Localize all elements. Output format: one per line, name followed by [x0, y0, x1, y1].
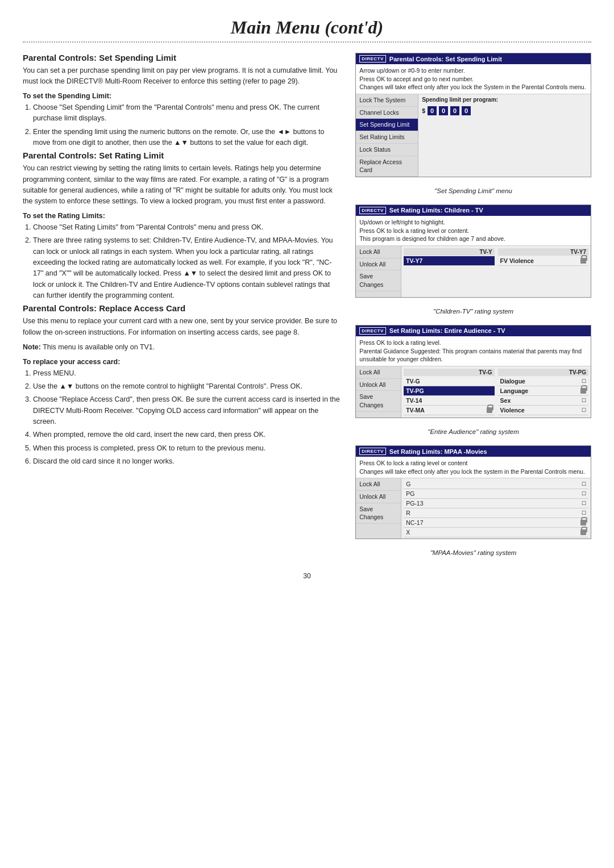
tv-14-label: TV-14: [406, 397, 422, 404]
directv-logo-4: DIRECTV: [359, 448, 386, 455]
mpaa-nc17-label: NC-17: [406, 519, 423, 526]
spending-limit-screen: DIRECTV Parental Controls: Set Spending …: [355, 53, 591, 177]
replace-step-2: Use the ▲▼ buttons on the remote control…: [33, 381, 342, 392]
children-save-changes[interactable]: Save Changes: [356, 270, 401, 291]
spending-limit-body: You can set a per purchase spending limi…: [23, 65, 342, 87]
fv-lock-icon: [580, 258, 586, 264]
replace-card-title: Parental Controls: Replace Access Card: [23, 303, 342, 313]
left-column: Parental Controls: Set Spending Limit Yo…: [23, 53, 342, 561]
replace-card-note: Note: This menu is available only on TV1…: [23, 342, 342, 353]
mpaa-nc17-item[interactable]: NC-17: [404, 518, 588, 528]
entire-rating-grid: TV-G TV-G TV-PG TV-14 TV-MA: [401, 366, 591, 418]
replace-card-body: Use this menu to replace your current ca…: [23, 316, 342, 338]
spending-limit-label: Spending limit per program:: [422, 97, 587, 103]
children-tv-instructions: Up/down or left/right to highlight. Pres…: [356, 216, 591, 246]
menu-set-rating[interactable]: Set Rating Limits: [356, 131, 418, 144]
menu-lock-system[interactable]: Lock The System: [356, 94, 418, 107]
entire-audience-header: DIRECTV Set Rating Limits: Entire Audien…: [356, 326, 591, 336]
children-instr-1: Up/down or left/right to highlight.: [359, 218, 587, 227]
replace-card-subheading: To replace your access card:: [23, 358, 342, 366]
rating-limit-subheading: To set the Rating Limits:: [23, 212, 342, 220]
mpaa-g-label: G: [406, 481, 410, 487]
entire-audience-screen: DIRECTV Set Rating Limits: Entire Audien…: [355, 325, 591, 418]
mpaa-nc17-lock: [580, 520, 586, 525]
language-item[interactable]: Language: [498, 386, 588, 396]
mpaa-pg13-item[interactable]: PG-13 ☐: [404, 499, 588, 508]
spending-limit-steps: Choose "Set Spending Limit" from the "Pa…: [23, 102, 342, 149]
language-label: Language: [500, 387, 529, 394]
dialogue-item[interactable]: Dialogue ☐: [498, 377, 588, 386]
children-lock-all[interactable]: Lock All: [356, 246, 401, 258]
mpaa-lock-all[interactable]: Lock All: [356, 478, 401, 491]
tv-ma-label: TV-MA: [406, 407, 425, 414]
menu-channel-locks[interactable]: Channel Locks: [356, 107, 418, 119]
rating-step-1: Choose "Set Rating Limits" from "Parenta…: [33, 222, 342, 233]
mpaa-screen: DIRECTV Set Rating Limits: MPAA -Movies …: [355, 445, 591, 539]
tv-pg-item[interactable]: TV-PG: [404, 386, 494, 396]
mpaa-g-item[interactable]: G ☐: [404, 479, 588, 489]
children-instr-2: Press OK to lock a rating level or conte…: [359, 227, 587, 235]
entire-save-changes[interactable]: Save Changes: [356, 391, 401, 411]
entire-col2-header: TV-PG: [498, 369, 588, 376]
spending-instr-2: Press OK to accept and go to next number…: [359, 75, 587, 84]
children-unlock-all[interactable]: Unlock All: [356, 258, 401, 271]
spending-digits-display: $ 0 0 0 0: [422, 104, 587, 118]
menu-replace-card[interactable]: Replace Access Card: [356, 156, 418, 177]
replace-step-1: Press MENU.: [33, 368, 342, 379]
entire-unlock-all[interactable]: Unlock All: [356, 379, 401, 391]
mpaa-save-changes[interactable]: Save Changes: [356, 503, 401, 524]
mpaa-instructions: Press OK to lock a rating level or conte…: [356, 457, 591, 478]
dollar-sign: $: [422, 107, 425, 114]
entire-lock-all[interactable]: Lock All: [356, 366, 401, 379]
tv-14-item[interactable]: TV-14: [404, 396, 494, 406]
sex-label: Sex: [500, 397, 511, 404]
replace-step-4: When prompted, remove the old card, inse…: [33, 429, 342, 440]
children-tv-menu: Lock All Unlock All Save Changes: [356, 246, 401, 297]
replace-step-3: Choose "Replace Access Card", then press…: [33, 394, 342, 427]
mpaa-x-item[interactable]: X: [404, 528, 588, 537]
fv-violence-item[interactable]: FV Violence: [498, 256, 588, 266]
spending-screen-caption: "Set Spending Limit" menu: [355, 187, 591, 194]
page-number: 30: [23, 572, 591, 580]
mpaa-r-item[interactable]: R ☐: [404, 508, 588, 518]
entire-col1: TV-G TV-G TV-PG TV-14 TV-MA: [404, 369, 494, 415]
digit-3: 0: [450, 106, 459, 115]
sex-item[interactable]: Sex ☐: [498, 396, 588, 406]
mpaa-pg-item[interactable]: PG ☐: [404, 489, 588, 499]
menu-set-spending[interactable]: Set Spending Limit: [356, 119, 418, 131]
tv-g-item[interactable]: TV-G: [404, 377, 494, 386]
mpaa-body: Lock All Unlock All Save Changes G ☐ PG …: [356, 478, 591, 539]
tv-pg-label: TV-PG: [406, 387, 424, 394]
digit-4: 0: [462, 106, 471, 115]
mpaa-unlock-all[interactable]: Unlock All: [356, 491, 401, 503]
mpaa-header-text: Set Rating Limits: MPAA -Movies: [389, 448, 487, 455]
children-instr-3: This program is designed for children ag…: [359, 235, 587, 243]
tv-y7-label: TV-Y7: [406, 257, 422, 264]
entire-col1-header: TV-G: [404, 369, 494, 376]
spending-screen-header-text: Parental Controls: Set Spending Limit: [389, 56, 502, 62]
language-lock-icon: [580, 388, 586, 394]
spending-screen-instructions: Arrow up/down or #0-9 to enter number. P…: [356, 64, 591, 94]
page: Main Menu (cont'd) Parental Controls: Se…: [0, 0, 614, 868]
entire-col2: TV-PG Dialogue ☐ Language Sex: [498, 369, 588, 415]
entire-audience-caption: "Entire Audience" rating system: [355, 428, 591, 435]
entire-audience-header-text: Set Rating Limits: Entire Audience - TV: [389, 327, 505, 334]
mpaa-instr-1: Press OK to lock a rating level or conte…: [359, 459, 587, 468]
directv-logo-2: DIRECTV: [359, 207, 386, 214]
children-col1: TV-Y TV-Y7: [404, 248, 494, 295]
entire-audience-body: Lock All Unlock All Save Changes TV-G TV…: [356, 366, 591, 418]
children-tv-header-text: Set Rating Limits: Children - TV: [389, 207, 483, 214]
tv-ma-item[interactable]: TV-MA: [404, 406, 494, 415]
mpaa-ratings-list: G ☐ PG ☐ PG-13 ☐ R ☐: [401, 478, 591, 539]
children-tv-body: Lock All Unlock All Save Changes TV-Y TV…: [356, 246, 591, 297]
directv-logo-3: DIRECTV: [359, 327, 386, 335]
menu-lock-status[interactable]: Lock Status: [356, 144, 418, 156]
digit-1: 0: [428, 106, 437, 115]
mpaa-header: DIRECTV Set Rating Limits: MPAA -Movies: [356, 446, 591, 457]
rating-step-2: There are three rating systems to set: C…: [33, 235, 342, 301]
tv-y7-item[interactable]: TV-Y7: [404, 256, 494, 266]
content-columns: Parental Controls: Set Spending Limit Yo…: [23, 53, 591, 561]
children-tv-header: DIRECTV Set Rating Limits: Children - TV: [356, 205, 591, 216]
violence-item[interactable]: Violence ☐: [498, 406, 588, 415]
spending-menu: Lock The System Channel Locks Set Spendi…: [356, 94, 418, 177]
